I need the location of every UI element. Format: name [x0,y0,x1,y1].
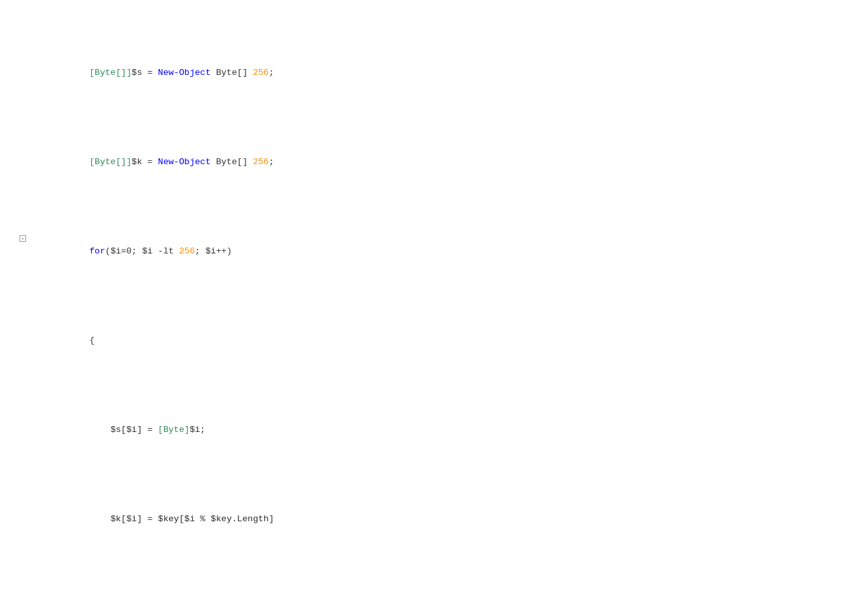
code-line: - for($i=0; $i -lt 256; $i++) [20,232,868,270]
code-block: [Byte[]]$s = New-Object Byte[] 256; [Byt… [0,0,868,589]
code-line: { [20,321,868,360]
code-line: $s[$i] = [Byte]$i; [20,410,868,449]
code-line: $k[$i] = $key[$i % $key.Length] [20,500,868,538]
code-line: [Byte[]]$k = New-Object Byte[] 256; [20,143,868,181]
code-line: [Byte[]]$s = New-Object Byte[] 256; [20,53,868,92]
code-container: [Byte[]]$s = New-Object Byte[] 256; [Byt… [0,0,868,589]
fold-icon[interactable]: - [20,235,26,242]
